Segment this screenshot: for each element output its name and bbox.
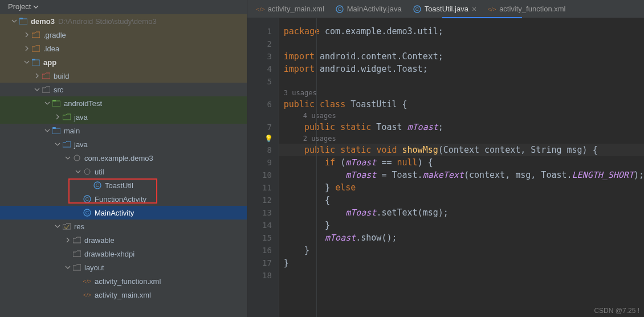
svg-text:C: C xyxy=(415,6,419,12)
tab-activity-main-xml[interactable]: </> activity_main.xml xyxy=(251,0,330,18)
line-number: 3 xyxy=(247,50,279,63)
chevron-down-icon[interactable] xyxy=(54,141,62,147)
svg-text:C: C xyxy=(338,6,342,12)
package-icon xyxy=(82,168,92,175)
chevron-right-icon[interactable] xyxy=(23,46,31,51)
tree-label: src xyxy=(54,86,63,94)
tree-label: main xyxy=(64,127,80,135)
usages-hint[interactable]: 💡2 usages xyxy=(279,133,644,144)
tab-activity-function-xml[interactable]: </> activity_function.xml xyxy=(482,0,571,18)
tree-row-idea[interactable]: .idea xyxy=(0,42,247,55)
svg-text:C: C xyxy=(85,196,89,202)
chevron-down-icon[interactable] xyxy=(64,265,72,270)
tree-label: layout xyxy=(84,263,104,272)
tree-row-activity-main[interactable]: </> activity_main.xml xyxy=(0,288,247,302)
line-number: 5 xyxy=(247,75,279,88)
panel-title[interactable]: Project xyxy=(0,0,247,14)
chevron-right-icon[interactable] xyxy=(23,32,31,38)
line-number: 6 xyxy=(247,98,279,111)
code-editor[interactable]: 1 2 3 4 5 6 7 8 9 10 11 12 13 14 15 16 1… xyxy=(247,18,644,317)
line-number: 13 xyxy=(247,206,279,219)
folder-icon xyxy=(31,31,41,38)
tree-row-functionactivity[interactable]: C FunctionActivity xyxy=(0,192,247,206)
tree-path: D:\Android Stdio\study\demo3 xyxy=(58,17,157,26)
chevron-right-icon[interactable] xyxy=(33,73,41,79)
tree-row-mainactivity[interactable]: C MainActivity xyxy=(0,206,247,220)
line-number: 15 xyxy=(247,231,279,244)
tree-row-util[interactable]: util xyxy=(0,165,247,178)
svg-rect-1 xyxy=(19,18,23,19)
tab-mainactivity[interactable]: C MainActivity.java xyxy=(330,0,407,18)
tree-row-app[interactable]: app xyxy=(0,55,247,69)
chevron-down-icon[interactable] xyxy=(10,18,18,24)
tree-row-main-java[interactable]: java xyxy=(0,137,247,151)
inline-hint xyxy=(247,88,279,98)
tab-label: ToastUtil.java xyxy=(425,5,468,13)
tree-row-androidtest[interactable]: androidTest xyxy=(0,96,247,110)
chevron-down-icon[interactable] xyxy=(43,100,51,106)
tree-row-root[interactable]: demo3 D:\Android Stdio\study\demo3 xyxy=(0,14,247,28)
package-icon xyxy=(72,155,82,161)
tree-row-androidtest-java[interactable]: java xyxy=(0,110,247,124)
usages-hint[interactable]: 4 usages xyxy=(279,111,644,121)
folder-icon xyxy=(31,45,41,52)
tree-label: drawable-xhdpi xyxy=(84,250,134,258)
chevron-down-icon[interactable] xyxy=(54,223,62,229)
tab-toastutil[interactable]: C ToastUtil.java × xyxy=(407,0,483,18)
tree-row-toastutil[interactable]: C ToastUtil xyxy=(0,178,247,192)
folder-icon xyxy=(62,141,72,148)
tree-row-build[interactable]: build xyxy=(0,69,247,83)
chevron-down-icon[interactable] xyxy=(43,128,51,133)
tab-label: MainActivity.java xyxy=(347,5,402,13)
tree-label: ToastUtil xyxy=(105,181,133,190)
chevron-right-icon[interactable] xyxy=(54,114,62,120)
tree-label: demo3 xyxy=(31,17,55,26)
svg-point-8 xyxy=(74,155,80,161)
svg-point-9 xyxy=(84,169,90,174)
tree-row-gradle[interactable]: .gradle xyxy=(0,28,247,42)
svg-text:C: C xyxy=(85,210,89,216)
bulb-icon[interactable]: 💡 xyxy=(264,133,273,144)
folder-icon xyxy=(41,86,51,93)
chevron-down-icon[interactable] xyxy=(33,87,41,92)
tree-row-layout[interactable]: layout xyxy=(0,261,247,274)
folder-icon xyxy=(62,113,72,120)
class-icon: C xyxy=(413,5,421,13)
xml-icon: </> xyxy=(256,5,264,13)
editor-tabs: </> activity_main.xml C MainActivity.jav… xyxy=(247,0,644,18)
tree-row-main[interactable]: main xyxy=(0,124,247,137)
module-icon xyxy=(51,127,62,134)
gutter: 1 2 3 4 5 6 7 8 9 10 11 12 13 14 15 16 1… xyxy=(247,18,279,317)
close-icon[interactable]: × xyxy=(472,5,476,14)
usages-hint[interactable]: 3 usages xyxy=(279,88,644,98)
tree-label: util xyxy=(95,168,104,176)
tree-row-drawable-xhdpi[interactable]: drawable-xhdpi xyxy=(0,247,247,261)
tree-row-activity-function[interactable]: </> activity_function.xml xyxy=(0,274,247,288)
tree-label: .idea xyxy=(43,44,59,53)
svg-rect-5 xyxy=(52,100,56,101)
xml-icon: </> xyxy=(82,291,92,299)
line-number: 9 xyxy=(247,156,279,169)
tree-label: java xyxy=(74,113,88,121)
line-number: 11 xyxy=(247,181,279,194)
class-icon: C xyxy=(336,5,344,13)
code-content[interactable]: package com.example.demo3.util; import a… xyxy=(279,18,644,317)
chevron-down-icon[interactable] xyxy=(64,155,72,161)
line-number: 10 xyxy=(247,169,279,181)
module-icon xyxy=(51,100,62,107)
tree-label: androidTest xyxy=(64,99,102,108)
chevron-down-icon[interactable] xyxy=(74,169,82,174)
tree-row-res[interactable]: res xyxy=(0,220,247,233)
tree-row-src[interactable]: src xyxy=(0,83,247,96)
chevron-down-icon[interactable] xyxy=(23,59,31,65)
tree-row-package[interactable]: com.example.demo3 xyxy=(0,151,247,165)
line-number: 17 xyxy=(247,257,279,269)
tree-row-drawable[interactable]: drawable xyxy=(0,233,247,247)
line-number: 12 xyxy=(247,194,279,206)
chevron-right-icon[interactable] xyxy=(64,237,72,243)
class-icon: C xyxy=(92,181,103,189)
module-icon xyxy=(31,59,41,66)
tree-label: .gradle xyxy=(43,31,66,39)
svg-text:</>: </> xyxy=(83,291,91,298)
indent-guide xyxy=(316,18,317,317)
